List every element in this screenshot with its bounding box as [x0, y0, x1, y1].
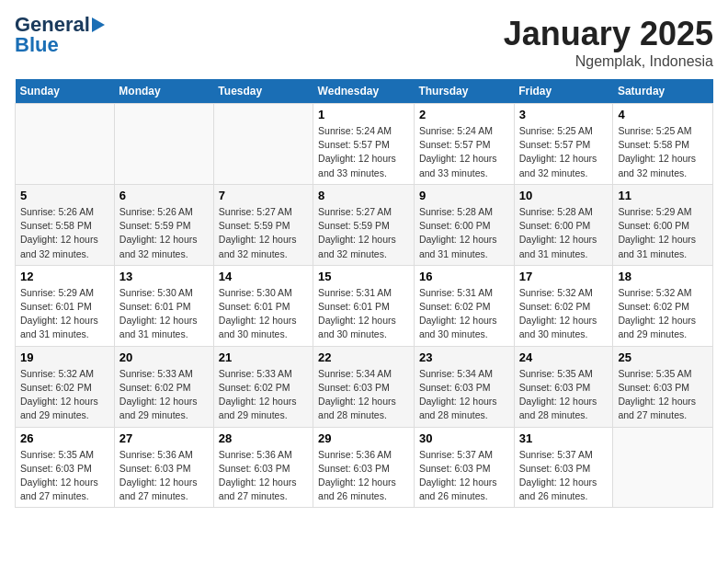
weekday-header-wednesday: Wednesday — [313, 79, 415, 104]
calendar-day-cell: 26Sunrise: 5:35 AM Sunset: 6:03 PM Dayli… — [16, 427, 115, 508]
calendar-day-cell: 5Sunrise: 5:26 AM Sunset: 5:58 PM Daylig… — [16, 184, 115, 265]
calendar-week-row: 1Sunrise: 5:24 AM Sunset: 5:57 PM Daylig… — [16, 104, 713, 185]
day-info: Sunrise: 5:32 AM Sunset: 6:02 PM Dayligh… — [519, 286, 609, 342]
day-info: Sunrise: 5:37 AM Sunset: 6:03 PM Dayligh… — [519, 448, 609, 504]
day-number: 30 — [419, 431, 509, 445]
page-header: General Blue January 2025 Ngemplak, Indo… — [15, 15, 713, 70]
calendar-day-cell: 18Sunrise: 5:32 AM Sunset: 6:02 PM Dayli… — [613, 265, 713, 346]
day-info: Sunrise: 5:24 AM Sunset: 5:57 PM Dayligh… — [419, 124, 509, 180]
weekday-header-saturday: Saturday — [613, 79, 713, 104]
day-info: Sunrise: 5:24 AM Sunset: 5:57 PM Dayligh… — [318, 124, 409, 180]
day-info: Sunrise: 5:26 AM Sunset: 5:58 PM Dayligh… — [20, 205, 109, 261]
calendar-week-row: 19Sunrise: 5:32 AM Sunset: 6:02 PM Dayli… — [16, 346, 713, 427]
calendar-week-row: 5Sunrise: 5:26 AM Sunset: 5:58 PM Daylig… — [16, 184, 713, 265]
day-info: Sunrise: 5:35 AM Sunset: 6:03 PM Dayligh… — [618, 367, 708, 423]
day-number: 7 — [219, 189, 308, 202]
calendar-day-cell: 16Sunrise: 5:31 AM Sunset: 6:02 PM Dayli… — [414, 265, 514, 346]
calendar-day-cell: 3Sunrise: 5:25 AM Sunset: 5:57 PM Daylig… — [514, 104, 613, 185]
day-info: Sunrise: 5:35 AM Sunset: 6:03 PM Dayligh… — [519, 367, 609, 423]
logo: General Blue — [15, 15, 105, 55]
day-info: Sunrise: 5:30 AM Sunset: 6:01 PM Dayligh… — [219, 286, 308, 342]
day-number: 16 — [419, 270, 509, 283]
day-number: 14 — [219, 270, 308, 283]
day-number: 20 — [119, 350, 209, 364]
calendar-day-cell: 24Sunrise: 5:35 AM Sunset: 6:03 PM Dayli… — [514, 346, 613, 427]
logo-arrow-icon — [92, 17, 105, 32]
calendar-day-cell: 6Sunrise: 5:26 AM Sunset: 5:59 PM Daylig… — [114, 184, 213, 265]
empty-cell — [613, 427, 713, 508]
day-number: 17 — [519, 270, 609, 283]
day-number: 22 — [318, 350, 409, 364]
calendar-day-cell: 15Sunrise: 5:31 AM Sunset: 6:01 PM Dayli… — [313, 265, 415, 346]
empty-cell — [114, 104, 213, 185]
day-number: 2 — [419, 108, 509, 121]
day-number: 10 — [519, 189, 609, 202]
title-block: January 2025 Ngemplak, Indonesia — [504, 15, 713, 70]
weekday-header-tuesday: Tuesday — [213, 79, 313, 104]
day-info: Sunrise: 5:30 AM Sunset: 6:01 PM Dayligh… — [119, 286, 209, 342]
weekday-header-thursday: Thursday — [414, 79, 514, 104]
day-info: Sunrise: 5:35 AM Sunset: 6:03 PM Dayligh… — [20, 448, 109, 504]
day-number: 23 — [419, 350, 509, 364]
day-info: Sunrise: 5:32 AM Sunset: 6:02 PM Dayligh… — [20, 367, 109, 423]
day-info: Sunrise: 5:34 AM Sunset: 6:03 PM Dayligh… — [419, 367, 509, 423]
day-number: 6 — [119, 189, 209, 202]
day-info: Sunrise: 5:36 AM Sunset: 6:03 PM Dayligh… — [119, 448, 209, 504]
day-number: 28 — [219, 431, 308, 445]
day-info: Sunrise: 5:36 AM Sunset: 6:03 PM Dayligh… — [318, 448, 409, 504]
day-number: 12 — [20, 270, 109, 283]
day-info: Sunrise: 5:37 AM Sunset: 6:03 PM Dayligh… — [419, 448, 509, 504]
day-info: Sunrise: 5:25 AM Sunset: 5:58 PM Dayligh… — [618, 124, 708, 180]
day-number: 26 — [20, 431, 109, 445]
calendar-day-cell: 10Sunrise: 5:28 AM Sunset: 6:00 PM Dayli… — [514, 184, 613, 265]
calendar-day-cell: 17Sunrise: 5:32 AM Sunset: 6:02 PM Dayli… — [514, 265, 613, 346]
calendar-day-cell: 28Sunrise: 5:36 AM Sunset: 6:03 PM Dayli… — [213, 427, 313, 508]
calendar-day-cell: 22Sunrise: 5:34 AM Sunset: 6:03 PM Dayli… — [313, 346, 415, 427]
day-number: 9 — [419, 189, 509, 202]
day-info: Sunrise: 5:36 AM Sunset: 6:03 PM Dayligh… — [219, 448, 308, 504]
day-info: Sunrise: 5:31 AM Sunset: 6:01 PM Dayligh… — [318, 286, 409, 342]
calendar-day-cell: 9Sunrise: 5:28 AM Sunset: 6:00 PM Daylig… — [414, 184, 514, 265]
day-number: 4 — [618, 108, 708, 121]
calendar-day-cell: 29Sunrise: 5:36 AM Sunset: 6:03 PM Dayli… — [313, 427, 415, 508]
calendar-week-row: 12Sunrise: 5:29 AM Sunset: 6:01 PM Dayli… — [16, 265, 713, 346]
calendar-day-cell: 25Sunrise: 5:35 AM Sunset: 6:03 PM Dayli… — [613, 346, 713, 427]
logo-general: General — [15, 15, 90, 35]
calendar-day-cell: 30Sunrise: 5:37 AM Sunset: 6:03 PM Dayli… — [414, 427, 514, 508]
calendar-day-cell: 12Sunrise: 5:29 AM Sunset: 6:01 PM Dayli… — [16, 265, 115, 346]
day-number: 19 — [20, 350, 109, 364]
day-number: 11 — [618, 189, 708, 202]
day-number: 18 — [618, 270, 708, 283]
day-info: Sunrise: 5:26 AM Sunset: 5:59 PM Dayligh… — [119, 205, 209, 261]
day-number: 1 — [318, 108, 409, 121]
calendar-subtitle: Ngemplak, Indonesia — [504, 53, 713, 70]
day-info: Sunrise: 5:29 AM Sunset: 6:01 PM Dayligh… — [20, 286, 109, 342]
calendar-day-cell: 20Sunrise: 5:33 AM Sunset: 6:02 PM Dayli… — [114, 346, 213, 427]
day-number: 27 — [119, 431, 209, 445]
calendar-table: SundayMondayTuesdayWednesdayThursdayFrid… — [15, 79, 713, 508]
day-info: Sunrise: 5:29 AM Sunset: 6:00 PM Dayligh… — [618, 205, 708, 261]
calendar-day-cell: 13Sunrise: 5:30 AM Sunset: 6:01 PM Dayli… — [114, 265, 213, 346]
calendar-header-row: SundayMondayTuesdayWednesdayThursdayFrid… — [16, 79, 713, 104]
calendar-day-cell: 31Sunrise: 5:37 AM Sunset: 6:03 PM Dayli… — [514, 427, 613, 508]
day-info: Sunrise: 5:32 AM Sunset: 6:02 PM Dayligh… — [618, 286, 708, 342]
day-info: Sunrise: 5:28 AM Sunset: 6:00 PM Dayligh… — [519, 205, 609, 261]
weekday-header-friday: Friday — [514, 79, 613, 104]
calendar-title: January 2025 — [504, 15, 713, 53]
empty-cell — [16, 104, 115, 185]
calendar-day-cell: 14Sunrise: 5:30 AM Sunset: 6:01 PM Dayli… — [213, 265, 313, 346]
day-info: Sunrise: 5:27 AM Sunset: 5:59 PM Dayligh… — [219, 205, 308, 261]
day-number: 8 — [318, 189, 409, 202]
day-info: Sunrise: 5:31 AM Sunset: 6:02 PM Dayligh… — [419, 286, 509, 342]
calendar-day-cell: 8Sunrise: 5:27 AM Sunset: 5:59 PM Daylig… — [313, 184, 415, 265]
day-number: 24 — [519, 350, 609, 364]
weekday-header-monday: Monday — [114, 79, 213, 104]
calendar-day-cell: 4Sunrise: 5:25 AM Sunset: 5:58 PM Daylig… — [613, 104, 713, 185]
day-number: 15 — [318, 270, 409, 283]
logo-blue: Blue — [15, 35, 59, 55]
empty-cell — [213, 104, 313, 185]
day-number: 21 — [219, 350, 308, 364]
calendar-day-cell: 21Sunrise: 5:33 AM Sunset: 6:02 PM Dayli… — [213, 346, 313, 427]
day-info: Sunrise: 5:33 AM Sunset: 6:02 PM Dayligh… — [119, 367, 209, 423]
day-info: Sunrise: 5:27 AM Sunset: 5:59 PM Dayligh… — [318, 205, 409, 261]
